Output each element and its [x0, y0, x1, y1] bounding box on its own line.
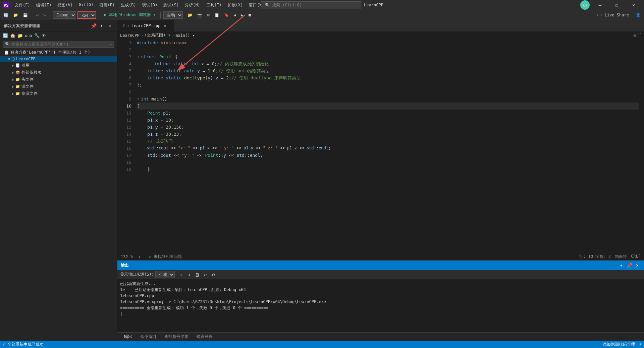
sidebar-wrench-icon[interactable]: 🔧 [34, 32, 40, 39]
sidebar-move-btn[interactable]: ⬆ [98, 22, 105, 29]
editor-actions: ⊞ ⛶ [634, 33, 641, 38]
menu-view[interactable]: 视图(V) [55, 2, 75, 9]
output-line-3: 1>LearnCPP.cpp [120, 293, 641, 299]
breadcrumb-scope-dropdown: ▾ [168, 33, 170, 38]
line-num-2: 2 [120, 46, 131, 53]
new-file-btn[interactable]: 🔄 [1, 12, 10, 18]
toolbar-icon2[interactable]: 📷 [195, 12, 204, 18]
tab-close-btn[interactable]: × [163, 23, 168, 28]
vs-logo-icon: VS [3, 2, 9, 8]
save-btn[interactable]: 💾 [21, 12, 30, 18]
code-content[interactable]: #include <iostream> ⊟struct Point { inli… [134, 39, 639, 253]
editor-tab-learncpp[interactable]: C++ LearnCPP.cpp × [117, 20, 174, 31]
status-live-share-icon[interactable]: ⚡ [639, 342, 641, 347]
open-btn[interactable]: 📁 [11, 12, 20, 18]
zoom-dropdown-icon[interactable]: ▾ [138, 255, 141, 259]
sidebar-item-headers[interactable]: ▶ 📁 头文件 [0, 76, 117, 83]
sidebar-item-source[interactable]: ▶ 📁 源文件 [0, 83, 117, 90]
sidebar-home-icon[interactable]: 🏠 [9, 32, 16, 39]
sidebar-filter-icon[interactable]: ⚙ [24, 32, 28, 39]
user-avatar[interactable]: 小 [580, 0, 590, 10]
solution-root-item[interactable]: 📋 解决方案'LearnCPP'(1 个项目/共 1 个) [0, 49, 117, 56]
undo-btn[interactable]: ↩ [34, 12, 41, 18]
bottom-tab-find-symbol[interactable]: 查找符号结果 [160, 333, 193, 341]
editor-expand-icon[interactable]: ⛶ [637, 33, 641, 38]
output-settings-btn[interactable]: ⚙ [210, 271, 217, 278]
bottom-tab-command[interactable]: 命令窗口 [136, 333, 160, 341]
sidebar-item-external-deps[interactable]: ▶ 📦 外部依赖项 [0, 69, 117, 76]
main-toolbar: 🔄 📁 💾 ↩ ↪ Debug x64 ▶ 本地 Windows 调试器 ▾ 自… [0, 10, 644, 20]
platform-select[interactable]: x64 [77, 11, 96, 19]
toolbar-icon7[interactable]: ▶ [239, 12, 245, 18]
menu-edit[interactable]: 编辑(E) [34, 2, 54, 9]
sidebar-close-btn[interactable]: × [106, 22, 113, 29]
run-debugger-btn[interactable]: ▶ 本地 Windows 调试器 ▾ [102, 11, 158, 18]
redo-btn[interactable]: ↪ [41, 12, 48, 18]
toolbar-share-icon[interactable]: 👤 [634, 12, 643, 18]
line-num-9: 9 [120, 95, 131, 102]
menu-test[interactable]: 测试(S) [161, 2, 181, 9]
zoom-level[interactable]: 132 % [121, 255, 133, 259]
output-pin-btn[interactable]: 📌 [626, 262, 633, 269]
breadcrumb-scope-select[interactable]: (全局范围) ▾ [145, 32, 170, 38]
sidebar-search-dropdown-icon[interactable]: ▾ [110, 43, 112, 46]
fold-icon-3[interactable]: ⊟ [137, 53, 141, 60]
live-share-button[interactable]: ⚡ ⚡ Live Share [593, 12, 632, 18]
output-close-btn[interactable]: × [634, 262, 641, 269]
toolbar-icon3[interactable]: ⊞ [205, 12, 211, 18]
menu-project[interactable]: 项目(P) [97, 2, 117, 9]
output-panel-header: 输出 ▾ 📌 × [117, 261, 644, 270]
title-search-box[interactable]: 🔍 搜索 (Ctrl+Q) [261, 1, 361, 9]
line-num-4: 4 [120, 60, 131, 67]
output-scroll-btn[interactable]: ⬆ [177, 271, 185, 278]
menu-extensions[interactable]: 扩展(X) [225, 2, 246, 9]
toolbar-icon5[interactable]: 🔖 [222, 12, 231, 18]
maximize-button[interactable]: ❐ [609, 0, 625, 10]
editor-scrollbar[interactable] [639, 39, 644, 253]
fold-icon-9[interactable]: ⊟ [137, 95, 141, 102]
status-source-control[interactable]: 添加到源代码管理 [603, 342, 635, 347]
sidebar-search-bar[interactable]: 🔍 ▾ [3, 41, 114, 48]
editor-split-icon[interactable]: ⊞ [634, 33, 636, 38]
app-title: LearnCPP [364, 3, 383, 7]
minimize-button[interactable]: — [592, 0, 608, 10]
bottom-tab-output[interactable]: 输出 [120, 333, 136, 341]
toolbar-icon4[interactable]: 📋 [212, 12, 221, 18]
toolbar-icon6[interactable]: ◀ [232, 12, 238, 18]
bottom-tab-error-list[interactable]: 错误列表 [193, 333, 217, 341]
sidebar-folder-icon[interactable]: 📁 [17, 32, 23, 39]
toolbar-icon8[interactable]: ⏹ [246, 12, 254, 18]
sidebar-item-references[interactable]: ▶ 📑 引用 [0, 62, 117, 69]
sidebar-preview-icon[interactable]: 👁 [41, 32, 47, 39]
menu-file[interactable]: 文件(F) [12, 2, 33, 9]
sidebar-search-input[interactable] [11, 42, 109, 47]
breadcrumb-func-select[interactable]: main() ▾ [175, 33, 195, 38]
headers-icon: 📁 [15, 77, 20, 82]
sidebar-sync-icon[interactable]: 🔄 [2, 32, 9, 39]
menu-tools[interactable]: 工具(T) [204, 2, 224, 9]
close-button[interactable]: ✕ [626, 0, 641, 10]
mode-select[interactable]: 自动 [163, 11, 183, 19]
breadcrumb-file[interactable]: LearnCPP [120, 33, 140, 38]
output-source-select[interactable]: 生成 [155, 271, 175, 278]
sidebar-pin-btn[interactable]: 📌 [90, 22, 97, 29]
project-item[interactable]: ▼ ⬡ LearnCPP [0, 56, 117, 62]
sidebar-item-resources[interactable]: ▶ 📁 资源文件 [0, 90, 117, 97]
breadcrumb-func-dropdown: ▾ [193, 33, 195, 38]
editor-area: C++ LearnCPP.cpp × LearnCPP › (全局范围) ▾ ›… [117, 20, 644, 341]
output-wrap-btn[interactable]: ↩ [202, 271, 209, 278]
output-scroll-down-btn[interactable]: ⬇ [185, 271, 193, 278]
menu-git[interactable]: Git(G) [76, 2, 96, 9]
sidebar-header-actions: 📌 ⬆ × [90, 22, 113, 29]
output-dropdown-icon[interactable]: ▾ [618, 262, 625, 269]
menu-build[interactable]: 生成(B) [118, 2, 139, 9]
output-clear-btn[interactable]: 🗑 [194, 271, 201, 278]
solution-label: 解决方案'LearnCPP'(1 个项目/共 1 个) [10, 50, 90, 55]
references-label: 引用 [21, 63, 30, 68]
output-line-5: ========== 全部重新生成: 成功 1 个，失败 0 个，跳过 0 个 … [120, 305, 641, 311]
debug-config-select[interactable]: Debug [53, 11, 76, 19]
menu-debug[interactable]: 调试(D) [140, 2, 160, 9]
sidebar-settings-icon[interactable]: ⚙ [29, 32, 33, 39]
toolbar-icon1[interactable]: 📂 [185, 12, 195, 18]
menu-analyze[interactable]: 分析(N) [182, 2, 203, 9]
